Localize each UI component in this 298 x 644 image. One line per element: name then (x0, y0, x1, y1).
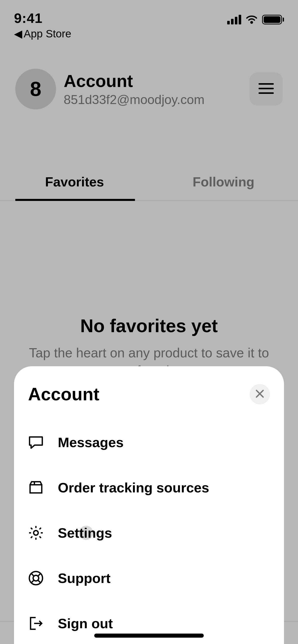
menu-item-order-tracking[interactable]: Order tracking sources (28, 465, 270, 510)
svg-point-0 (34, 531, 38, 535)
menu-item-label: Messages (58, 434, 124, 450)
menu-item-settings[interactable]: Settings (28, 510, 270, 555)
message-icon (28, 434, 44, 450)
package-icon (28, 480, 44, 495)
tap-highlight (79, 526, 93, 540)
gear-icon (28, 525, 44, 541)
menu-item-label: Support (58, 570, 111, 586)
svg-point-2 (33, 575, 39, 581)
sheet-title: Account (28, 384, 99, 404)
close-icon (255, 389, 264, 399)
lifebuoy-icon (28, 570, 44, 586)
menu-item-messages[interactable]: Messages (28, 420, 270, 465)
menu-item-label: Sign out (58, 616, 113, 631)
menu-item-label: Order tracking sources (58, 480, 209, 495)
sheet-menu: Messages Order tracking sources Settings… (28, 420, 270, 644)
home-indicator (94, 634, 204, 638)
signout-icon (28, 616, 44, 631)
menu-item-support[interactable]: Support (28, 555, 270, 601)
account-sheet: Account Messages Order tracking sources … (14, 366, 284, 644)
close-button[interactable] (250, 384, 270, 404)
svg-point-1 (29, 572, 43, 585)
